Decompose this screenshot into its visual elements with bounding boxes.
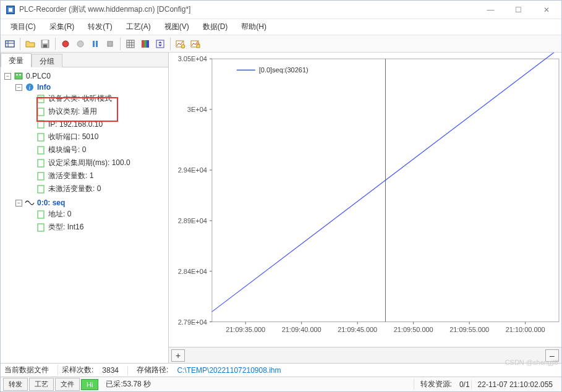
tree-item-type[interactable]: 类型: Int16 [27, 222, 167, 232]
status-bar-2: 转发 工艺 文件 Hi 已采:53.78 秒 转发资源: 0/1 22-11-0… [1, 377, 561, 391]
maximize-button[interactable]: ☐ [505, 1, 532, 19]
svg-rect-35 [38, 108, 44, 116]
toolbar [1, 35, 561, 53]
svg-rect-38 [38, 147, 44, 154]
svg-rect-28 [16, 74, 18, 75]
record-disabled-icon[interactable] [74, 37, 87, 51]
svg-rect-29 [19, 74, 21, 75]
status-fwd-label: 转发资源: [414, 379, 458, 390]
titlebar: PLC-Recorder (测试 www.hiddenmap.cn) [DCon… [1, 1, 561, 19]
window-layout-icon[interactable] [3, 37, 17, 51]
menu-data[interactable]: 数据(D) [197, 20, 234, 34]
svg-text:21:09:35.000: 21:09:35.000 [226, 326, 265, 333]
menubar: 项目(C) 采集(R) 转发(T) 工艺(A) 视图(V) 数据(D) 帮助(H… [1, 19, 561, 35]
tree-item-inactive[interactable]: 未激活变量数: 0 [27, 184, 167, 194]
record-icon[interactable] [59, 37, 72, 51]
minus-button[interactable]: – [545, 349, 559, 362]
chart-button-row: + – [169, 347, 561, 363]
svg-text:21:09:50.000: 21:09:50.000 [394, 326, 433, 333]
chart-svg: 2.79E+042.84E+042.89E+042.94E+043E+043.0… [169, 53, 561, 347]
svg-rect-13 [108, 41, 113, 46]
tree-root[interactable]: − 0.PLC0 [4, 71, 167, 81]
pause-icon[interactable] [88, 37, 102, 51]
tree-item-addr[interactable]: 地址: 0 [27, 209, 167, 219]
svg-rect-37 [38, 134, 44, 141]
tree-seq[interactable]: − 0:0: seq [15, 198, 167, 208]
chart-lock-icon[interactable] [189, 37, 202, 51]
doc-icon [36, 94, 46, 104]
menu-help[interactable]: 帮助(H) [235, 20, 273, 34]
chart-export-icon[interactable] [174, 37, 187, 51]
open-icon[interactable] [23, 37, 37, 51]
stop-icon[interactable] [103, 37, 117, 51]
tab-groups[interactable]: 分组 [32, 54, 62, 67]
plc-icon [14, 71, 23, 81]
svg-text:21:09:55.000: 21:09:55.000 [449, 326, 489, 333]
status-btn-process[interactable]: 工艺 [29, 378, 54, 391]
svg-text:2.79E+04: 2.79E+04 [178, 318, 207, 325]
colors-icon[interactable] [138, 37, 152, 51]
tree-view[interactable]: − 0.PLC0 − i Info [1, 67, 168, 363]
doc-icon [36, 158, 46, 168]
save-icon[interactable] [38, 37, 52, 51]
menu-process[interactable]: 工艺(A) [120, 20, 157, 34]
status-file-label: 当前数据文件 [4, 365, 58, 375]
status-btn-file[interactable]: 文件 [55, 378, 80, 391]
grid-icon[interactable] [124, 37, 137, 51]
svg-rect-2 [9, 8, 12, 12]
expander-icon[interactable]: − [15, 84, 22, 91]
svg-text:2.94E+04: 2.94E+04 [178, 166, 207, 174]
doc-icon [36, 184, 46, 194]
status-btn-forward[interactable]: 转发 [3, 378, 28, 391]
status-samples-value: 3834 [97, 366, 128, 375]
close-button[interactable]: ✕ [532, 1, 560, 19]
svg-rect-43 [38, 224, 44, 231]
tree-item-period[interactable]: 设定采集周期(ms): 100.0 [27, 158, 167, 168]
tree-info[interactable]: − i Info [15, 82, 167, 92]
tree-item-device[interactable]: 设备大类: 收听模式 [27, 93, 167, 104]
info-icon: i [25, 82, 35, 92]
doc-icon [36, 107, 46, 117]
expander-icon[interactable]: − [15, 200, 22, 207]
tree-root-label: 0.PLC0 [26, 72, 51, 80]
menu-view[interactable]: 视图(V) [158, 20, 195, 34]
svg-point-10 [77, 41, 83, 47]
tab-variables[interactable]: 变量 [1, 53, 32, 67]
status-elapsed: 已采:53.78 秒 [100, 379, 151, 390]
menu-forward[interactable]: 转发(T) [82, 20, 118, 34]
tree-item-protocol[interactable]: 协议类别: 通用 [27, 106, 167, 117]
doc-icon [36, 171, 46, 181]
minimize-button[interactable]: — [477, 1, 505, 19]
svg-rect-11 [93, 41, 95, 47]
svg-rect-14 [127, 40, 134, 48]
status-fwd-value: 0/1 [459, 380, 470, 389]
expander-icon[interactable]: − [4, 73, 11, 80]
menu-project[interactable]: 项目(C) [4, 20, 42, 34]
menu-collect[interactable]: 采集(R) [43, 20, 81, 34]
svg-text:3E+04: 3E+04 [187, 106, 207, 113]
plus-button[interactable]: + [171, 349, 185, 362]
tree-item-ip[interactable]: IP: 192.168.0.10 [27, 119, 167, 129]
svg-text:21:10:00.000: 21:10:00.000 [506, 326, 545, 333]
app-icon [6, 5, 15, 15]
svg-rect-22 [156, 40, 164, 48]
tree-item-port[interactable]: 收听端口: 5010 [27, 132, 167, 142]
status-btn-hi[interactable]: Hi [81, 379, 98, 390]
svg-rect-39 [38, 160, 44, 167]
svg-point-9 [62, 41, 69, 47]
status-samples-label: 采样次数: [62, 365, 93, 375]
doc-icon [36, 119, 46, 129]
status-path-label: 存储路径: [132, 365, 168, 375]
svg-text:[0.0]seq:(30261): [0.0]seq:(30261) [259, 66, 309, 74]
tree-item-active[interactable]: 激活变量数: 1 [27, 171, 167, 181]
svg-text:i: i [29, 84, 31, 91]
svg-text:21:09:45.000: 21:09:45.000 [338, 326, 377, 333]
updown-icon[interactable] [153, 37, 167, 51]
window-title: PLC-Recorder (测试 www.hiddenmap.cn) [DCon… [19, 4, 477, 15]
svg-text:2.84E+04: 2.84E+04 [178, 268, 207, 275]
chart-area[interactable]: 2.79E+042.84E+042.89E+042.94E+043E+043.0… [169, 53, 561, 347]
left-panel: 变量 分组 − 0.PLC0 − [1, 53, 169, 363]
svg-rect-36 [38, 121, 44, 128]
status-path-value[interactable]: C:\TEMP\20221107210908.ihm [172, 366, 281, 375]
tree-item-module[interactable]: 模块编号: 0 [27, 145, 167, 155]
